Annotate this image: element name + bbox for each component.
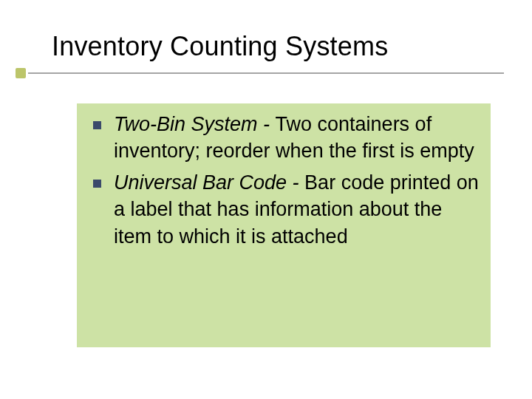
slide-title: Inventory Counting Systems xyxy=(52,31,388,62)
list-item: Two-Bin System - Two containers of inven… xyxy=(87,111,480,165)
square-bullet-icon xyxy=(93,121,101,129)
content-panel: Two-Bin System - Two containers of inven… xyxy=(77,103,491,347)
term-text: Two-Bin System - xyxy=(114,113,276,135)
term-text: Universal Bar Code - xyxy=(114,171,304,194)
title-rule xyxy=(28,72,504,74)
list-item: Universal Bar Code - Bar code printed on… xyxy=(87,169,480,250)
square-bullet-icon xyxy=(93,180,101,188)
title-rule-bullet-icon xyxy=(16,68,26,78)
slide: Inventory Counting Systems Two-Bin Syste… xyxy=(0,0,532,399)
